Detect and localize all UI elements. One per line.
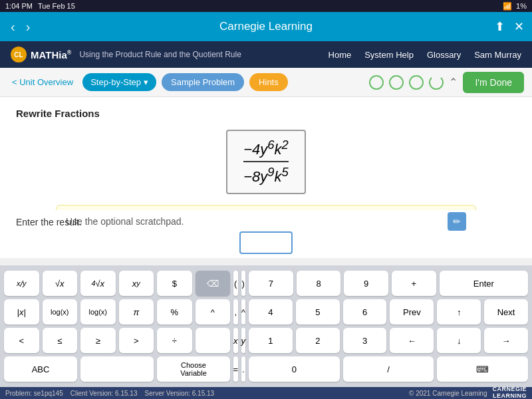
nav-user[interactable]: Sam Murray bbox=[474, 50, 521, 60]
keyboard-right: 7 8 9 + Enter 4 5 6 Prev ↑ Next 1 2 3 ← bbox=[249, 271, 528, 382]
key-1[interactable]: 1 bbox=[249, 328, 293, 353]
key-8[interactable]: 8 bbox=[297, 271, 341, 296]
answer-input-wrapper bbox=[16, 231, 516, 254]
keyboard-row-1-left: x/y √x 4√x xy $ ⌫ bbox=[4, 271, 230, 296]
time-display: 1:04 PM bbox=[5, 2, 33, 10]
key-0[interactable]: 0 bbox=[249, 356, 340, 382]
key-5[interactable]: 5 bbox=[296, 299, 340, 325]
keyboard-row-3-right: 1 2 3 ← ↓ → bbox=[249, 328, 528, 353]
sample-problem-button[interactable]: Sample Problem bbox=[162, 73, 244, 91]
keyboard-row-1-mid: ( ) bbox=[233, 271, 245, 296]
title-actions: ⬆ ✕ bbox=[495, 19, 524, 34]
nav-home[interactable]: Home bbox=[329, 50, 352, 60]
key-7[interactable]: 7 bbox=[249, 271, 293, 296]
key-y[interactable]: y bbox=[241, 328, 246, 353]
title-bar: ‹ › Carnegie Learning ⬆ ✕ bbox=[0, 12, 532, 41]
key-keyboard[interactable]: ⌨ bbox=[437, 356, 528, 382]
keyboard-row-2-left: |x| log(x) log(x) π % ^ bbox=[4, 299, 230, 325]
app-logo: CL MATHia® bbox=[11, 47, 71, 63]
key-abc[interactable]: ABC bbox=[4, 356, 77, 382]
key-backspace[interactable]: ⌫ bbox=[196, 271, 231, 296]
close-button[interactable]: ✕ bbox=[514, 19, 524, 34]
keyboard-row-4-left: ABC ChooseVariable bbox=[4, 356, 230, 382]
share-button[interactable]: ⬆ bbox=[495, 19, 505, 34]
key-divide[interactable]: ÷ bbox=[157, 328, 192, 353]
key-log[interactable]: log(x) bbox=[80, 299, 116, 325]
key-dot[interactable]: . bbox=[241, 356, 246, 382]
key-fraction[interactable]: x/y bbox=[4, 271, 39, 296]
keyboard-cols: x/y √x 4√x xy $ ⌫ |x| log(x) log(x) π % … bbox=[4, 271, 528, 382]
key-prev[interactable]: Prev bbox=[390, 299, 434, 325]
hints-button[interactable]: Hints bbox=[249, 73, 288, 91]
keyboard-middle: ( ) , ^ x y = . bbox=[233, 271, 245, 382]
im-done-button[interactable]: I'm Done bbox=[463, 72, 524, 93]
app-header: CL MATHia® Using the Product Rule and th… bbox=[0, 41, 532, 68]
progress-circle-4 bbox=[429, 75, 444, 90]
key-closeparen[interactable]: ) bbox=[241, 271, 246, 296]
key-6[interactable]: 6 bbox=[343, 299, 387, 325]
progress-area: ⌃ I'm Done bbox=[369, 72, 524, 93]
key-hat[interactable]: ^ bbox=[241, 299, 246, 325]
key-nthroot[interactable]: 4√x bbox=[80, 271, 116, 296]
key-next[interactable]: Next bbox=[484, 299, 528, 325]
dropdown-arrow: ▾ bbox=[144, 77, 148, 87]
nav-glossary[interactable]: Glossary bbox=[427, 50, 461, 60]
carnegie-logo: CARNEGIE LEARNING bbox=[492, 386, 527, 399]
scratchpad-label: Use the optional scratchpad. bbox=[66, 216, 184, 227]
footer-problem-info: Problem: se1pq145 Client Version: 6.15.1… bbox=[5, 390, 214, 397]
chevron-up-icon[interactable]: ⌃ bbox=[449, 76, 458, 88]
app-subtitle: Using the Product Rule and the Quotient … bbox=[79, 50, 328, 59]
progress-circle-3 bbox=[409, 75, 424, 90]
key-openparen[interactable]: ( bbox=[233, 271, 238, 296]
key-dollar[interactable]: $ bbox=[157, 271, 192, 296]
key-choose-variable[interactable]: ChooseVariable bbox=[157, 356, 230, 382]
forward-button[interactable]: › bbox=[23, 17, 33, 37]
keyboard-row-4-right: 0 / ⌨ bbox=[249, 356, 528, 382]
key-divide-alt[interactable] bbox=[196, 328, 231, 353]
key-equals[interactable]: = bbox=[233, 356, 238, 382]
key-geq[interactable]: ≥ bbox=[80, 328, 116, 353]
key-abs[interactable]: |x| bbox=[4, 299, 39, 325]
key-blank-wide[interactable] bbox=[80, 356, 154, 382]
key-right[interactable]: → bbox=[484, 328, 528, 353]
progress-circle-1 bbox=[369, 75, 384, 90]
key-less[interactable]: < bbox=[4, 328, 39, 353]
key-up[interactable]: ↑ bbox=[437, 299, 481, 325]
keyboard-row-1-right: 7 8 9 + Enter bbox=[249, 271, 528, 296]
problem-id: Problem: se1pq145 bbox=[5, 390, 63, 397]
key-caret[interactable]: ^ bbox=[196, 299, 231, 325]
nav-system-help[interactable]: System Help bbox=[364, 50, 414, 60]
unit-overview-button[interactable]: < Unit Overview bbox=[8, 74, 77, 90]
key-down[interactable]: ↓ bbox=[437, 328, 481, 353]
nav-buttons: ‹ › bbox=[8, 17, 33, 37]
answer-input[interactable] bbox=[239, 231, 293, 254]
back-button[interactable]: ‹ bbox=[8, 17, 18, 37]
enter-result-label: Enter the result. bbox=[16, 217, 82, 227]
keyboard-left: x/y √x 4√x xy $ ⌫ |x| log(x) log(x) π % … bbox=[4, 271, 230, 382]
key-sqrt[interactable]: √x bbox=[43, 271, 78, 296]
key-left[interactable]: ← bbox=[390, 328, 434, 353]
key-pi[interactable]: π bbox=[119, 299, 154, 325]
key-4[interactable]: 4 bbox=[249, 299, 293, 325]
key-enter[interactable]: Enter bbox=[440, 271, 528, 296]
fraction-display: −4y6k2 −8y9k5 bbox=[16, 130, 516, 194]
key-slash[interactable]: / bbox=[343, 356, 434, 382]
key-x[interactable]: x bbox=[233, 328, 238, 353]
key-greater[interactable]: > bbox=[119, 328, 154, 353]
key-power[interactable]: xy bbox=[119, 271, 154, 296]
key-comma[interactable]: , bbox=[233, 299, 238, 325]
key-percent[interactable]: % bbox=[157, 299, 192, 325]
key-9[interactable]: 9 bbox=[344, 271, 388, 296]
key-3[interactable]: 3 bbox=[343, 328, 387, 353]
key-logx[interactable]: log(x) bbox=[43, 299, 78, 325]
step-by-step-button[interactable]: Step-by-Step ▾ bbox=[82, 73, 156, 91]
keyboard-area: x/y √x 4√x xy $ ⌫ |x| log(x) log(x) π % … bbox=[0, 265, 532, 387]
copyright-text: © 2021 Carnegie Learning bbox=[409, 390, 487, 397]
key-leq[interactable]: ≤ bbox=[43, 328, 78, 353]
key-2[interactable]: 2 bbox=[296, 328, 340, 353]
fraction-numerator: −4y6k2 bbox=[243, 138, 289, 162]
key-plus[interactable]: + bbox=[392, 271, 436, 296]
battery-display: 1% bbox=[516, 2, 527, 10]
scratchpad-icon-button[interactable]: ✏ bbox=[448, 212, 466, 231]
keyboard-row-3-left: < ≤ ≥ > ÷ bbox=[4, 328, 230, 353]
